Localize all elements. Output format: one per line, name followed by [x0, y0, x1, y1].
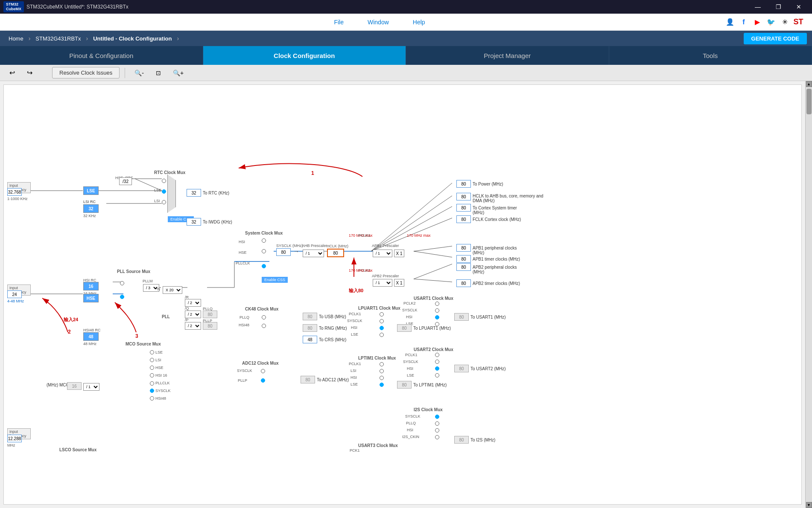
ck48-radio-hsi48[interactable]: [262, 324, 266, 328]
usart2-radio-hsi[interactable]: [435, 366, 439, 371]
usart2-radio-lse[interactable]: [435, 373, 439, 377]
ck48-radio-pllq[interactable]: [262, 315, 266, 319]
to-rtc-value[interactable]: 32: [187, 189, 201, 197]
lsi-value-box[interactable]: 32: [83, 204, 99, 213]
mco-radio-hsi16[interactable]: [150, 373, 154, 377]
lptim1-radio-lse[interactable]: [380, 383, 384, 387]
mco-radio-hse[interactable]: [150, 366, 154, 370]
hsi48-box[interactable]: 48: [83, 332, 99, 341]
fclk-value[interactable]: 80: [456, 215, 471, 223]
to-power-value[interactable]: 80: [456, 180, 471, 188]
rtc-radio-lsi[interactable]: [162, 200, 166, 204]
usart1-radio-pclk2[interactable]: [435, 302, 439, 306]
sys-radio-hsi[interactable]: [262, 238, 266, 243]
zoom-out-button[interactable]: 🔍-: [130, 68, 148, 78]
lpuart1-radio-pclk1[interactable]: [380, 312, 384, 316]
hclk-ahb-value[interactable]: 80: [456, 193, 471, 200]
input-freq-value-1[interactable]: 32.768: [7, 188, 22, 196]
scroll-down-button[interactable]: ▼: [806, 502, 812, 508]
mco-radio-hsi48[interactable]: [150, 396, 154, 401]
sysclk-value[interactable]: 80: [276, 248, 291, 256]
close-button[interactable]: ✕: [789, 0, 809, 14]
zoom-in-button[interactable]: 🔍+: [169, 68, 188, 78]
breadcrumb-project[interactable]: Untitled - Clock Configuration: [90, 35, 175, 43]
i2s-radio-sysclk[interactable]: [435, 415, 439, 419]
lptim1-radio-hsi[interactable]: [380, 376, 384, 380]
lse-box[interactable]: LSE: [83, 186, 99, 195]
apb2-timer-value[interactable]: 80: [456, 279, 471, 287]
enable-css2-button[interactable]: Enable CSS: [262, 277, 288, 283]
sys-radio-hse[interactable]: [262, 249, 266, 253]
usart2-radio-pclk1[interactable]: [435, 353, 439, 357]
zoom-fit-button[interactable]: ⊡: [152, 68, 165, 78]
st-logo[interactable]: ST: [793, 17, 803, 27]
pllq-value[interactable]: 80: [203, 311, 217, 318]
usart1-radio-sysclk[interactable]: [435, 308, 439, 313]
ahb-prescaler-select[interactable]: / 1 / 2: [303, 250, 324, 257]
tab-clock[interactable]: Clock Configuration: [203, 46, 406, 65]
sys-radio-pllclk[interactable]: [262, 264, 266, 268]
pll-radio-hse[interactable]: [120, 295, 124, 299]
restore-button[interactable]: ❐: [768, 0, 788, 14]
minimize-button[interactable]: —: [748, 0, 768, 14]
tab-pinout[interactable]: Pinout & Configuration: [0, 46, 203, 65]
input-freq-value-3[interactable]: 12.288: [7, 435, 22, 442]
to-iwdg-value[interactable]: 32: [187, 218, 201, 226]
apb2-prescaler-select[interactable]: / 1: [373, 279, 392, 287]
clock-diagram[interactable]: Input frequency 32.768 1-1000 KHz LSE LS…: [3, 84, 802, 505]
to-rng-value[interactable]: 80: [303, 324, 317, 332]
user-icon[interactable]: 👤: [725, 17, 735, 27]
pllp-value[interactable]: 80: [203, 322, 217, 330]
to-usb-value[interactable]: 80: [303, 313, 317, 320]
lpuart1-value[interactable]: 80: [397, 324, 412, 332]
usart1-value[interactable]: 80: [454, 313, 469, 321]
plln-select[interactable]: X 20 X 16: [163, 286, 182, 294]
mco-value[interactable]: 16: [67, 382, 82, 390]
lpuart1-radio-sysclk[interactable]: [380, 319, 384, 323]
input-freq-value-2[interactable]: 24: [7, 290, 22, 298]
pll-radio-hsi[interactable]: [120, 281, 124, 285]
to-cortex-value[interactable]: 80: [456, 204, 471, 212]
star-icon[interactable]: ✳: [780, 17, 790, 27]
tab-project[interactable]: Project Manager: [406, 46, 609, 65]
rtc-radio-hse[interactable]: [162, 179, 166, 183]
lpuart1-radio-lse[interactable]: [380, 333, 384, 337]
apb2-periph-value[interactable]: 80: [456, 263, 471, 271]
i2s-radio-i2s-ckin[interactable]: [435, 435, 439, 439]
help-menu[interactable]: Help: [409, 17, 429, 27]
scrollbar-right[interactable]: ▲ ▼: [805, 81, 812, 508]
undo-button[interactable]: ↩: [5, 67, 19, 78]
usart2-radio-sysclk[interactable]: [435, 360, 439, 364]
adc12-radio-sysclk[interactable]: [261, 369, 265, 373]
usart2-value[interactable]: 80: [454, 365, 469, 372]
lpuart1-radio-hsi[interactable]: [380, 326, 384, 330]
hclk-value[interactable]: 80: [327, 249, 344, 257]
window-menu[interactable]: Window: [364, 17, 392, 27]
apb1-timer-value[interactable]: 80: [456, 255, 471, 263]
to-adc12-value[interactable]: 80: [301, 376, 315, 383]
pllp-select[interactable]: / 2: [185, 322, 201, 330]
scroll-thumb[interactable]: [806, 89, 812, 114]
lptim1-radio-lsi[interactable]: [380, 369, 384, 373]
apb1-prescaler-select[interactable]: / 1: [373, 250, 392, 257]
rtc-radio-lse[interactable]: [162, 189, 166, 194]
apb1-periph-value[interactable]: 80: [456, 244, 471, 252]
i2s-radio-hsi[interactable]: [435, 428, 439, 433]
facebook-icon[interactable]: f: [739, 17, 749, 27]
tab-tools[interactable]: Tools: [609, 46, 812, 65]
scroll-up-button[interactable]: ▲: [806, 81, 812, 87]
file-menu[interactable]: File: [330, 17, 347, 27]
to-crs-value[interactable]: 48: [303, 336, 317, 343]
resolve-clock-issues-button[interactable]: Resolve Clock Issues: [52, 67, 120, 78]
adc12-radio-pllp[interactable]: [261, 378, 265, 383]
youtube-icon[interactable]: ▶: [752, 17, 762, 27]
redo-button[interactable]: ↪: [23, 67, 37, 78]
mco-radio-sysclk[interactable]: [150, 389, 154, 393]
i2s-radio-pllq[interactable]: [435, 421, 439, 426]
div32-box[interactable]: /32: [119, 177, 132, 185]
pllr-select[interactable]: / 2: [185, 299, 201, 307]
i2s-value[interactable]: 80: [454, 436, 469, 444]
twitter-icon[interactable]: 🐦: [766, 17, 776, 27]
pllq-select[interactable]: / 2: [185, 311, 201, 318]
lptim1-radio-pclk1[interactable]: [380, 362, 384, 366]
